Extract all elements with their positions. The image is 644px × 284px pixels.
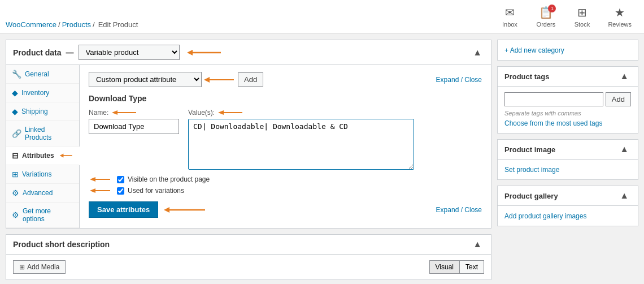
svg-marker-7 — [112, 110, 118, 115]
svg-marker-13 — [90, 188, 95, 193]
variations-label: Used for variations — [128, 187, 184, 195]
product-data-collapse[interactable]: ▲ — [471, 48, 484, 58]
short-desc-title: Product short description — [13, 240, 110, 249]
attribute-content: Custom product attribute Add Expand / Cl… — [80, 65, 491, 228]
right-sidebar: + Add new category Product tags ▲ Add Se… — [497, 40, 638, 278]
visual-text-buttons: Visual Text — [429, 260, 484, 274]
nav-item-inventory[interactable]: ◆ Inventory — [6, 84, 79, 102]
tag-input-row: Add — [504, 92, 631, 106]
variations-icon: ⊞ — [12, 170, 19, 179]
short-desc-collapse[interactable]: ▲ — [471, 239, 484, 249]
add-gallery-images-link[interactable]: Add product gallery images — [504, 212, 586, 220]
nav-item-attributes[interactable]: ⊟ Attributes — [6, 147, 79, 165]
category-panel: + Add new category — [497, 40, 638, 61]
breadcrumb-current: Edit Product — [98, 20, 138, 29]
svg-marker-3 — [59, 154, 63, 158]
tag-hint: Separate tags with commas — [504, 110, 631, 117]
arrow-to-select — [184, 47, 229, 58]
name-label: Name: — [89, 109, 179, 117]
attribute-type-select[interactable]: Custom product attribute — [89, 72, 202, 87]
visual-button[interactable]: Visual — [429, 260, 459, 274]
category-body: + Add new category — [498, 40, 638, 60]
get-more-icon: ⚙ — [12, 210, 19, 220]
visible-checkbox[interactable] — [117, 176, 124, 183]
save-attributes-button[interactable]: Save attributes — [89, 201, 158, 218]
nav-label-inventory: Inventory — [21, 89, 49, 97]
variations-checkbox-label[interactable]: Used for variations — [89, 187, 482, 195]
nav-label-shipping: Shipping — [21, 107, 48, 115]
product-image-collapse[interactable]: ▲ — [617, 144, 631, 154]
add-attribute-button[interactable]: Add — [238, 72, 263, 87]
tag-add-button[interactable]: Add — [606, 92, 631, 106]
text-button[interactable]: Text — [459, 260, 484, 274]
attribute-footer: Save attributes Expand / Close — [89, 201, 482, 218]
nav-item-general[interactable]: 🔧 General — [6, 65, 79, 84]
inbox-label: Inbox — [502, 21, 517, 28]
main-layout: Product data — Variable product Simple p… — [0, 34, 644, 284]
product-gallery-title: Product gallery — [504, 192, 558, 200]
orders-button[interactable]: 📋 Orders 1 — [529, 0, 563, 33]
tag-input[interactable] — [504, 92, 603, 106]
variations-checkbox[interactable] — [117, 187, 124, 195]
left-content: Product data — Variable product Simple p… — [6, 40, 491, 278]
set-product-image-link[interactable]: Set product image — [504, 166, 559, 174]
attribute-section-title: Download Type — [89, 94, 482, 103]
expand-close-top[interactable]: Expand / Close — [436, 76, 482, 84]
svg-marker-9 — [218, 110, 224, 115]
arrow-to-attributes — [59, 152, 73, 160]
nav-item-linked-products[interactable]: 🔗 Linked Products — [6, 121, 79, 147]
panel-title: Product data — Variable product Simple p… — [13, 45, 229, 60]
product-tags-title: Product tags — [504, 72, 549, 81]
attribute-name-input[interactable] — [89, 119, 179, 134]
panel-title-sep: — — [66, 48, 74, 57]
nav-label-attributes: Attributes — [22, 152, 54, 160]
attribute-values-textarea[interactable]: CD| Downloadable| Downloadable & CD — [188, 119, 414, 170]
reviews-button[interactable]: ★ Reviews — [601, 0, 638, 33]
expand-close-bottom[interactable]: Expand / Close — [436, 206, 482, 214]
product-data-panel: Product data — Variable product Simple p… — [6, 40, 491, 229]
nav-label-advanced: Advanced — [23, 189, 53, 197]
choose-tags-link[interactable]: Choose from the most used tags — [504, 119, 602, 127]
breadcrumb-woocommerce[interactable]: WooCommerce — [6, 20, 56, 29]
arrow-to-save — [163, 205, 208, 214]
arrow-to-name — [111, 109, 139, 117]
short-desc-header: Product short description ▲ — [6, 235, 491, 255]
nav-label-get-more: Get more options — [23, 207, 73, 223]
product-image-header: Product image ▲ — [498, 140, 638, 160]
product-tags-collapse[interactable]: ▲ — [617, 71, 631, 81]
product-image-panel: Product image ▲ Set product image — [497, 139, 638, 180]
nav-item-get-more[interactable]: ⚙ Get more options — [6, 203, 79, 228]
nav-label-variations: Variations — [22, 170, 51, 178]
add-media-button[interactable]: ⊞ Add Media — [13, 260, 66, 274]
short-desc-body: ⊞ Add Media Visual Text — [6, 255, 491, 279]
reviews-label: Reviews — [608, 21, 632, 28]
add-category-link[interactable]: + Add new category — [504, 46, 564, 54]
product-type-select[interactable]: Variable product Simple product Grouped … — [79, 45, 180, 60]
arrow-to-visible — [89, 175, 111, 183]
breadcrumb-products[interactable]: Products — [62, 20, 91, 29]
short-description-panel: Product short description ▲ ⊞ Add Media … — [6, 234, 491, 280]
visible-checkbox-label[interactable]: Visible on the product page — [89, 175, 482, 183]
nav-item-variations[interactable]: ⊞ Variations — [6, 165, 79, 184]
attributes-icon: ⊟ — [12, 151, 19, 160]
product-gallery-body: Add product gallery images — [498, 206, 638, 226]
stock-icon: ⊞ — [577, 6, 587, 19]
values-label: Value(s): — [188, 109, 414, 117]
top-icons-container: ✉ Inbox 📋 Orders 1 ⊞ Stock ★ Reviews — [493, 0, 638, 33]
inbox-icon: ✉ — [505, 6, 515, 19]
add-media-icon: ⊞ — [19, 263, 25, 271]
name-field: Name: — [89, 109, 179, 170]
inbox-button[interactable]: ✉ Inbox — [493, 0, 526, 33]
attribute-checkboxes: Visible on the product page Used for var… — [89, 175, 482, 195]
top-bar: WooCommerce / Products / Edit Product ✉ … — [0, 0, 644, 34]
product-gallery-collapse[interactable]: ▲ — [617, 191, 631, 201]
breadcrumb-sep2: / — [93, 20, 95, 29]
add-media-label: Add Media — [27, 263, 59, 271]
panel-title-text: Product data — [13, 48, 62, 57]
nav-item-advanced[interactable]: ⚙ Advanced — [6, 184, 79, 203]
nav-label-general: General — [25, 70, 49, 78]
stock-button[interactable]: ⊞ Stock — [565, 0, 599, 33]
arrow-to-dropdown — [203, 75, 237, 84]
nav-item-shipping[interactable]: ◆ Shipping — [6, 102, 79, 121]
nav-label-linked: Linked Products — [25, 126, 73, 141]
